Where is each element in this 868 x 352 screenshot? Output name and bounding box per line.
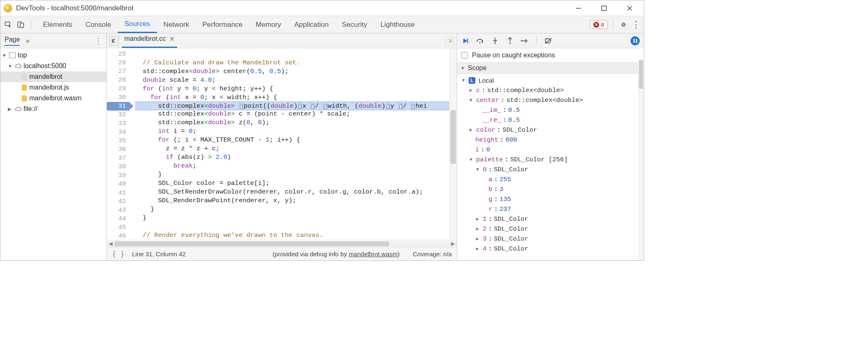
navigator-menu-icon[interactable]: ⋮ — [94, 36, 102, 46]
main-tabstrip: ElementsConsoleSourcesNetworkPerformance… — [0, 16, 644, 33]
inline-value-chip[interactable] — [410, 103, 415, 109]
tree-toggle-icon: ▼ — [2, 53, 7, 58]
file-icon — [22, 74, 27, 80]
tree-frame-top[interactable]: ▼ top — [0, 50, 107, 61]
var-palette-0-a[interactable]: a: 255 — [462, 175, 644, 184]
close-tab-icon[interactable]: ✕ — [169, 35, 175, 43]
tree-label: file:// — [24, 105, 38, 113]
tree-toggle-icon: ▶ — [8, 106, 13, 112]
step-button[interactable] — [521, 37, 529, 45]
close-button[interactable] — [623, 3, 636, 13]
editor-pane: mandelbrot.cc ✕ 252627282930313233343536… — [107, 33, 457, 260]
navigator-tab-page[interactable]: Page — [5, 36, 20, 46]
tab-network[interactable]: Network — [157, 16, 196, 33]
checkbox[interactable] — [461, 52, 468, 59]
step-over-button[interactable] — [476, 37, 484, 45]
inline-value-chip[interactable] — [323, 103, 327, 109]
cloud-icon — [14, 106, 22, 112]
svg-rect-4 — [5, 22, 10, 26]
inline-value-chip[interactable] — [385, 103, 390, 109]
var-color[interactable]: ▶color: SDL_Color — [462, 125, 644, 135]
device-mode-icon[interactable] — [15, 19, 26, 30]
editor-tab-label: mandelbrot.cc — [124, 35, 166, 43]
file-icon — [22, 95, 27, 102]
tree-file-mandelbrot-wasm[interactable]: mandelbrot.wasm — [0, 93, 107, 104]
var-palette-4[interactable]: ▶4: SDL_Color — [462, 244, 644, 254]
var-palette-0-g[interactable]: g: 135 — [462, 194, 644, 204]
inline-value-chip[interactable] — [398, 103, 403, 109]
var-height[interactable]: height: 600 — [462, 135, 644, 145]
inline-value-chip[interactable] — [239, 103, 243, 109]
pause-state-badge[interactable] — [631, 36, 640, 45]
scope-tree: ▼L Local ▶c: std::complex<double> ▼cente… — [457, 74, 644, 255]
tab-performance[interactable]: Performance — [196, 16, 249, 33]
minimize-button[interactable] — [572, 3, 585, 13]
vertical-scrollbar[interactable] — [449, 48, 457, 240]
tab-memory[interactable]: Memory — [249, 16, 287, 33]
svg-point-12 — [494, 43, 496, 44]
var-palette-3[interactable]: ▶3: SDL_Color — [462, 234, 644, 244]
tab-sources[interactable]: Sources — [118, 16, 157, 33]
error-icon: ✕ — [593, 22, 599, 28]
pretty-print-icon[interactable]: { } — [112, 250, 125, 258]
code-editor[interactable]: 2526272829303132333435363738394041424344… — [107, 48, 457, 240]
debug-info-file-link[interactable]: mandelbrot.wasm — [349, 250, 397, 258]
tab-elements[interactable]: Elements — [36, 16, 79, 33]
horizontal-scrollbar[interactable]: ◄ ► — [107, 240, 457, 247]
editor-nav-forward-icon[interactable] — [445, 36, 454, 45]
resume-button[interactable] — [461, 37, 470, 45]
var-palette-2[interactable]: ▶2: SDL_Color — [462, 224, 644, 234]
code-area[interactable]: // Calculate and draw the Mandelbrot set… — [129, 48, 449, 240]
navigator-more[interactable]: » — [26, 37, 29, 45]
debugger-pane: Pause on caught exceptions ▼ Scope ▼L Lo… — [457, 33, 644, 260]
right-scrollbar[interactable] — [638, 60, 644, 260]
var-palette-0-b[interactable]: b: 3 — [462, 184, 644, 194]
scope-local[interactable]: ▼L Local — [462, 76, 644, 85]
more-menu-icon[interactable]: ⋮ — [631, 19, 641, 30]
editor-tabbar: mandelbrot.cc ✕ — [107, 33, 457, 48]
tree-domain[interactable]: ▼ localhost:5000 — [0, 61, 107, 71]
var-center-re[interactable]: __re_: 0.5 — [462, 115, 644, 125]
tree-label: mandelbrot — [29, 73, 62, 80]
line-gutter: 2526272829303132333435363738394041424344… — [107, 48, 129, 240]
maximize-button[interactable] — [598, 3, 611, 13]
var-palette[interactable]: ▼palette: SDL_Color [256] — [462, 155, 644, 165]
error-count-badge[interactable]: ✕ 4 — [590, 20, 608, 29]
error-count: 4 — [601, 21, 604, 28]
var-palette-0[interactable]: ▼0: SDL_Color — [462, 165, 644, 175]
titlebar: DevTools - localhost:5000/mandelbrot — [0, 0, 644, 16]
var-palette-0-r[interactable]: r: 237 — [462, 204, 644, 214]
inspect-element-icon[interactable] — [3, 19, 14, 30]
var-i[interactable]: i: 0 — [462, 145, 644, 155]
settings-gear-icon[interactable] — [618, 19, 629, 30]
tree-file-mandelbrot[interactable]: mandelbrot — [0, 71, 107, 82]
window-controls — [572, 3, 640, 13]
tree-file-scheme[interactable]: ▶ file:// — [0, 104, 107, 114]
var-center[interactable]: ▼center: std::complex<double> — [462, 95, 644, 105]
var-palette-1[interactable]: ▶1: SDL_Color — [462, 214, 644, 224]
scope-section-header[interactable]: ▼ Scope — [457, 62, 644, 74]
svg-point-10 — [479, 42, 480, 43]
tab-security[interactable]: Security — [335, 16, 374, 33]
step-out-button[interactable] — [506, 37, 514, 45]
tab-application[interactable]: Application — [288, 16, 335, 33]
svg-rect-1 — [602, 6, 607, 10]
inline-value-chip[interactable] — [310, 103, 315, 109]
window-title: DevTools - localhost:5000/mandelbrot — [16, 4, 133, 12]
tab-console[interactable]: Console — [79, 16, 118, 33]
pause-on-caught-row[interactable]: Pause on caught exceptions — [457, 48, 644, 62]
svg-rect-6 — [20, 23, 24, 28]
deactivate-breakpoints-button[interactable] — [544, 37, 553, 45]
var-center-im[interactable]: __im_: 0.5 — [462, 105, 644, 115]
tree-file-mandelbrot-js[interactable]: mandelbrot.js — [0, 82, 107, 93]
svg-point-16 — [521, 40, 522, 42]
editor-nav-back-icon[interactable] — [109, 36, 119, 45]
editor-statusbar: { } Line 31, Column 42 (provided via deb… — [107, 247, 457, 260]
panes: Page » ⋮ ▼ top ▼ localhost:5000 mandelbr… — [0, 33, 644, 260]
svg-rect-9 — [467, 38, 468, 43]
editor-tab-active[interactable]: mandelbrot.cc ✕ — [122, 33, 177, 48]
var-c[interactable]: ▶c: std::complex<double> — [462, 85, 644, 95]
step-into-button[interactable] — [491, 37, 499, 45]
inline-value-chip[interactable] — [297, 103, 302, 109]
tab-lighthouse[interactable]: Lighthouse — [374, 16, 421, 33]
